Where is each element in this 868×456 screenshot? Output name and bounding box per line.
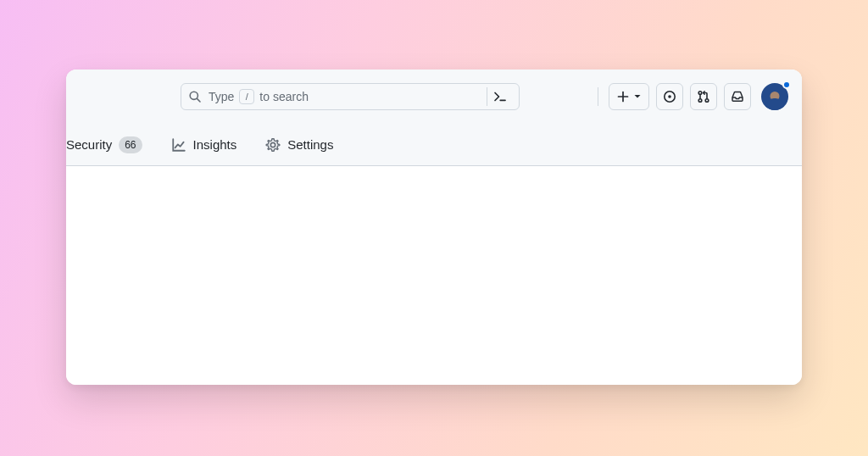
svg-point-11 — [271, 142, 275, 147]
chevron-down-icon — [633, 92, 642, 101]
issues-button[interactable] — [656, 83, 683, 110]
topbar: Type / to search — [66, 70, 802, 124]
slash-key-icon: / — [239, 89, 254, 104]
issue-icon — [663, 90, 676, 103]
tab-settings[interactable]: Settings — [257, 132, 342, 158]
search-placeholder-post: to search — [259, 90, 309, 103]
main-content — [66, 166, 802, 385]
pull-requests-button[interactable] — [690, 83, 717, 110]
graph-icon — [171, 137, 186, 153]
svg-line-1 — [197, 98, 200, 102]
inbox-icon — [731, 90, 744, 103]
search-icon — [188, 90, 202, 103]
create-new-button[interactable] — [609, 83, 649, 110]
svg-point-9 — [705, 99, 709, 103]
search-input[interactable]: Type / to search — [181, 83, 520, 110]
app-window: Type / to search — [66, 70, 802, 385]
topbar-actions — [594, 83, 788, 110]
tab-insights-label: Insights — [193, 137, 237, 152]
tab-settings-label: Settings — [287, 137, 333, 152]
tab-security-count: 66 — [119, 136, 142, 153]
tab-insights[interactable]: Insights — [163, 132, 246, 158]
repo-tabs: Security 66 Insights Settings — [66, 124, 802, 166]
search-placeholder-pre: Type — [209, 90, 234, 103]
svg-point-8 — [698, 99, 702, 103]
svg-point-7 — [698, 92, 702, 95]
pull-request-icon — [697, 90, 710, 103]
tab-security-label: Security — [66, 137, 112, 152]
notification-dot-icon — [782, 81, 791, 89]
plus-icon — [616, 90, 630, 103]
command-palette-icon[interactable] — [487, 87, 512, 106]
svg-point-6 — [668, 95, 671, 98]
inbox-button[interactable] — [724, 83, 751, 110]
divider — [598, 87, 598, 106]
search-placeholder: Type / to search — [209, 89, 487, 104]
gear-icon — [265, 137, 281, 153]
avatar-wrap — [761, 83, 788, 110]
tab-security[interactable]: Security 66 — [66, 131, 151, 158]
